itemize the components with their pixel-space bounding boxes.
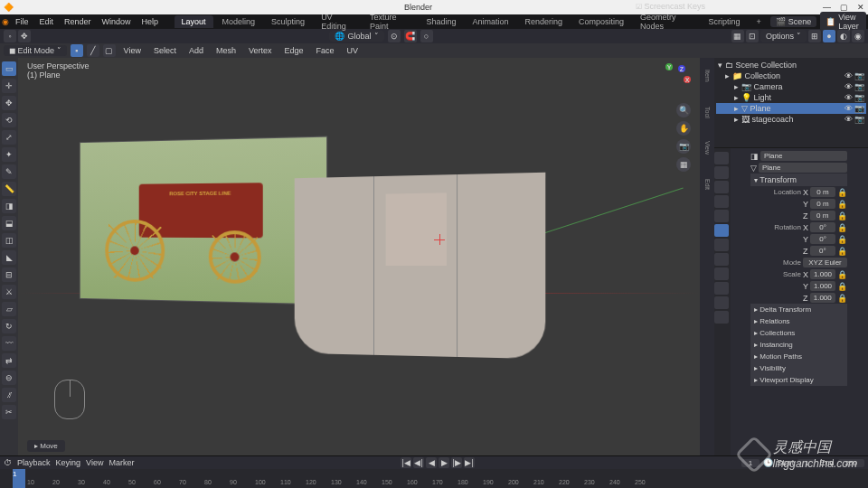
- scale-z[interactable]: 1.000: [810, 293, 836, 303]
- outliner[interactable]: ▾ 🗀Scene Collection ▸ 📁Collection👁📷▸ 📷Ca…: [714, 58, 868, 148]
- menu-render[interactable]: Render: [60, 16, 96, 27]
- face-menu[interactable]: Face: [312, 45, 339, 56]
- menu-window[interactable]: Window: [98, 16, 136, 27]
- jump-start-icon[interactable]: |◀: [401, 457, 411, 468]
- tool-cursor[interactable]: ✛: [2, 79, 16, 93]
- tool-bevel[interactable]: ◣: [2, 250, 16, 265]
- prop-section[interactable]: ▸ Motion Paths: [750, 351, 847, 362]
- outliner-item[interactable]: ▸ 🖼stagecoach👁📷: [716, 114, 866, 125]
- operator-hint[interactable]: ▸ Move: [27, 440, 65, 452]
- scale-x[interactable]: 1.000: [810, 269, 835, 279]
- ptab-particle[interactable]: [714, 253, 729, 266]
- play-icon[interactable]: ▶: [439, 457, 449, 468]
- outliner-item[interactable]: ▸ 📷Camera👁📷: [716, 81, 866, 92]
- playhead[interactable]: 1: [13, 469, 25, 488]
- tl-keying[interactable]: Keying: [56, 458, 81, 467]
- jump-end-icon[interactable]: ▶|: [464, 457, 475, 468]
- tool-transform[interactable]: ✦: [2, 147, 16, 162]
- uv-menu[interactable]: UV: [343, 45, 363, 56]
- tool-knife[interactable]: ⚔: [2, 285, 16, 299]
- eye-icon[interactable]: 👁: [844, 104, 853, 113]
- tool-inset[interactable]: ◫: [2, 233, 16, 248]
- close-button[interactable]: ✕: [857, 3, 864, 12]
- tab-rendering[interactable]: Rendering: [517, 15, 570, 28]
- eye-icon[interactable]: 👁: [844, 115, 853, 124]
- scale-y[interactable]: 1.000: [810, 281, 835, 291]
- menu-file[interactable]: File: [11, 16, 33, 27]
- eye-icon[interactable]: 👁: [844, 71, 853, 80]
- tab-animation[interactable]: Animation: [465, 15, 515, 28]
- mesh-menu[interactable]: Mesh: [212, 45, 241, 56]
- tab-tool[interactable]: Tool: [700, 94, 714, 130]
- scene-selector[interactable]: 🎬 Scene: [770, 16, 817, 27]
- prop-section[interactable]: ▸ Delta Transform: [750, 304, 847, 315]
- vertex-menu[interactable]: Vertex: [244, 45, 277, 56]
- tool-smooth[interactable]: 〰: [2, 336, 16, 351]
- shading-wire-icon[interactable]: ⊞: [808, 30, 821, 42]
- rotation-mode[interactable]: XYZ Euler: [803, 258, 847, 267]
- prop-section[interactable]: ▸ Collections: [750, 327, 847, 339]
- ptab-object[interactable]: [714, 224, 729, 237]
- options-dropdown[interactable]: Options ˅: [760, 30, 807, 42]
- tl-view[interactable]: View: [86, 458, 103, 467]
- pan-icon[interactable]: ✋: [676, 121, 691, 136]
- eye-icon[interactable]: 👁: [844, 82, 853, 91]
- transform-header[interactable]: ▾ Transform: [750, 174, 847, 186]
- tab-layout[interactable]: Layout: [175, 15, 213, 28]
- data-name-field[interactable]: Plane: [759, 163, 847, 173]
- tool-loopcut[interactable]: ⊟: [2, 267, 16, 282]
- disable-icon[interactable]: 📷: [854, 82, 864, 91]
- xray-icon[interactable]: ⊡: [746, 30, 759, 42]
- snap-icon[interactable]: 🧲: [404, 30, 417, 42]
- tool-scale[interactable]: ⤢: [2, 130, 16, 145]
- tab-compositing[interactable]: Compositing: [571, 15, 631, 28]
- prop-section[interactable]: ▸ Visibility: [750, 362, 847, 374]
- keyframe-prev-icon[interactable]: ◀|: [413, 457, 424, 468]
- object-name-field[interactable]: Plane: [760, 151, 847, 161]
- mode-selector[interactable]: ◼ Edit Mode ˅: [4, 45, 67, 56]
- shading-material-icon[interactable]: ◐: [837, 30, 850, 42]
- disable-icon[interactable]: 📷: [854, 115, 864, 124]
- zoom-icon[interactable]: 🔍: [676, 103, 691, 117]
- ptab-scene[interactable]: [714, 195, 729, 208]
- select-menu[interactable]: Select: [149, 45, 181, 56]
- outliner-scene[interactable]: ▾ 🗀Scene Collection: [716, 60, 866, 70]
- tool-spin[interactable]: ↻: [2, 319, 16, 333]
- tab-add[interactable]: +: [749, 15, 768, 28]
- tab-scripting[interactable]: Scripting: [701, 15, 747, 28]
- tab-modeling[interactable]: Modeling: [215, 15, 263, 28]
- ptab-viewlayer[interactable]: [714, 181, 729, 193]
- prop-section[interactable]: ▸ Instancing: [750, 339, 847, 351]
- menu-edit[interactable]: Edit: [35, 16, 59, 27]
- shading-rendered-icon[interactable]: ◉: [852, 30, 864, 42]
- timeline-track[interactable]: 1 10203040506070809010011012013014015016…: [0, 469, 868, 488]
- overlay-toggle-icon[interactable]: ▦: [731, 30, 744, 42]
- edge-menu[interactable]: Edge: [279, 45, 307, 56]
- proportional-icon[interactable]: ○: [420, 30, 433, 42]
- ptab-output[interactable]: [714, 166, 729, 179]
- tool-shear[interactable]: ⫽: [2, 388, 16, 402]
- maximize-button[interactable]: ▢: [840, 3, 848, 12]
- view-menu[interactable]: View: [119, 45, 146, 56]
- tool-rip[interactable]: ✂: [2, 405, 16, 419]
- disable-icon[interactable]: 📷: [854, 104, 864, 113]
- nav-gizmo[interactable]: X Y Z: [656, 63, 693, 99]
- pivot-icon[interactable]: ⊙: [388, 30, 401, 42]
- cursor-tool-icon[interactable]: ◦: [4, 30, 16, 42]
- rot-x[interactable]: 0°: [810, 222, 835, 232]
- viewlayer-selector[interactable]: 📋 View Layer: [820, 12, 866, 32]
- tab-view[interactable]: View: [700, 130, 714, 166]
- shading-solid-icon[interactable]: ●: [823, 30, 835, 42]
- ptab-world[interactable]: [714, 210, 729, 222]
- loc-y[interactable]: 0 m: [810, 199, 835, 209]
- play-reverse-icon[interactable]: ◀: [426, 457, 437, 468]
- disable-icon[interactable]: 📷: [854, 71, 864, 80]
- select-vertex-icon[interactable]: ▪: [71, 44, 83, 57]
- loc-x[interactable]: 0 m: [810, 187, 835, 197]
- tool-rotate[interactable]: ⟲: [2, 113, 16, 127]
- ptab-physics[interactable]: [714, 267, 729, 280]
- tool-select-box[interactable]: ▭: [2, 61, 16, 76]
- prop-section[interactable]: ▸ Viewport Display: [750, 374, 847, 386]
- tl-playback[interactable]: Playback: [17, 458, 51, 467]
- ptab-modifier[interactable]: [714, 239, 729, 251]
